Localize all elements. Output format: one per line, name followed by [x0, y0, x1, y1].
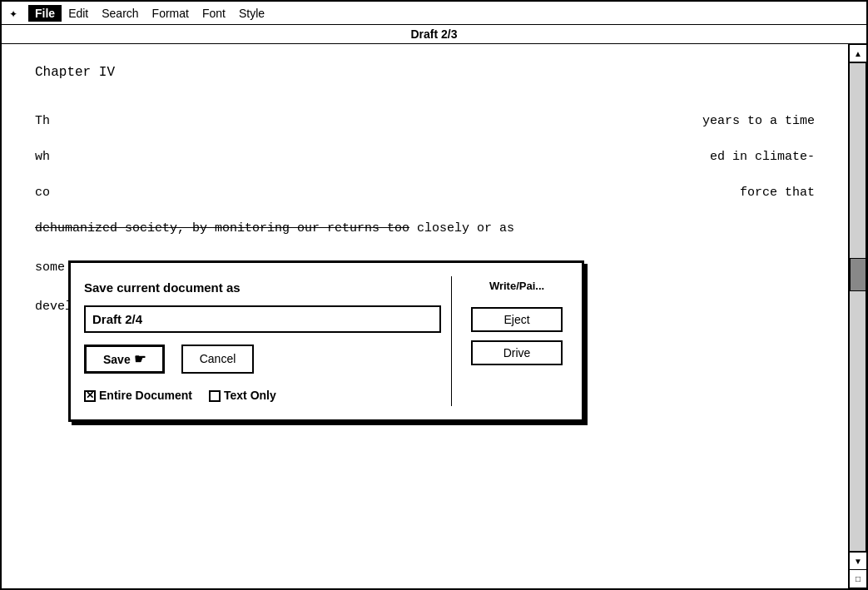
scroll-resize-box: □	[849, 570, 866, 588]
scroll-up-icon: ▲	[854, 49, 862, 58]
entire-doc-checkbox-box[interactable]: ✕	[84, 390, 96, 402]
apple-icon: ✦	[9, 5, 17, 21]
dialog-overlay: Save current document as Save☛ Cancel ✕ …	[2, 44, 848, 588]
main-window: ✦ File Edit Search Format Font Style Dra…	[0, 0, 868, 590]
text-only-checkbox[interactable]: Text Only	[209, 385, 276, 406]
scroll-up-button[interactable]: ▲	[849, 44, 866, 62]
document-area: Chapter IV Th years to a time wh ed in c…	[2, 44, 848, 588]
filename-input[interactable]	[84, 305, 441, 333]
dialog-checkboxes: ✕ Entire Document Text Only	[84, 385, 441, 406]
entire-document-label: Entire Document	[99, 385, 192, 406]
text-only-label: Text Only	[224, 385, 276, 406]
drive-button[interactable]: Drive	[471, 340, 563, 365]
apple-menu[interactable]: ✦	[5, 5, 22, 22]
entire-document-checkbox[interactable]: ✕ Entire Document	[84, 385, 192, 406]
menu-format[interactable]: Format	[146, 5, 196, 22]
titlebar: Draft 2/3	[2, 25, 866, 44]
menu-search[interactable]: Search	[95, 5, 145, 22]
eject-button[interactable]: Eject	[471, 307, 563, 332]
text-only-checkbox-box[interactable]	[209, 390, 221, 402]
menu-edit[interactable]: Edit	[62, 5, 95, 22]
scroll-down-button[interactable]: ▼	[849, 552, 866, 570]
cursor-icon: ☛	[134, 351, 146, 367]
dialog-title: Save current document as	[84, 276, 441, 299]
menu-style[interactable]: Style	[232, 5, 271, 22]
resize-icon: □	[856, 574, 861, 583]
scroll-track[interactable]	[849, 62, 866, 552]
dialog-right: Write/Pai... Eject Drive	[452, 276, 568, 406]
scroll-thumb[interactable]	[850, 258, 866, 291]
scroll-down-icon: ▼	[854, 557, 862, 566]
save-button[interactable]: Save☛	[84, 345, 165, 374]
menubar: ✦ File Edit Search Format Font Style	[2, 2, 866, 25]
content-wrapper: Chapter IV Th years to a time wh ed in c…	[2, 44, 866, 588]
menu-font[interactable]: Font	[196, 5, 232, 22]
menu-file[interactable]: File	[28, 5, 62, 22]
save-dialog: Save current document as Save☛ Cancel ✕ …	[68, 260, 584, 422]
dialog-buttons: Save☛ Cancel	[84, 345, 441, 374]
scrollbar: ▲ ▼ □	[848, 44, 866, 588]
cancel-button[interactable]: Cancel	[181, 345, 255, 374]
disk-label: Write/Pai...	[489, 276, 544, 295]
document-title: Draft 2/3	[410, 27, 457, 41]
dialog-left: Save current document as Save☛ Cancel ✕ …	[84, 276, 452, 406]
